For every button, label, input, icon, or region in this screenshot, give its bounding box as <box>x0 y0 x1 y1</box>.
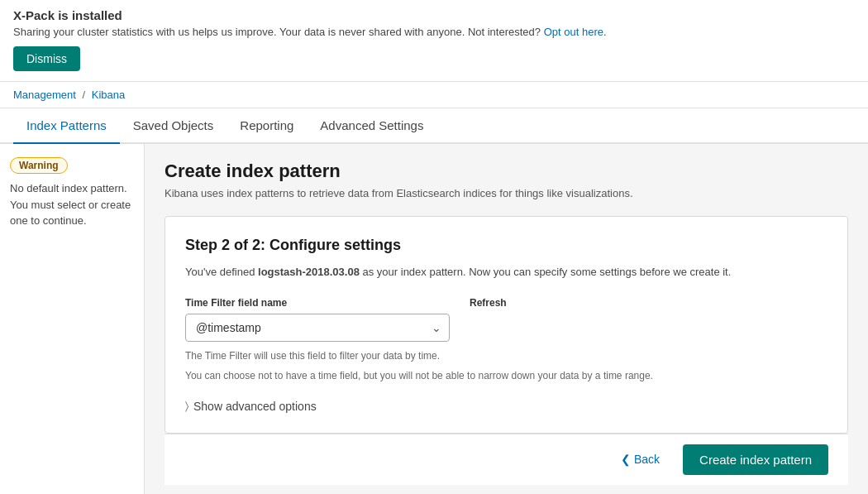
create-index-pattern-button[interactable]: Create index pattern <box>683 444 828 475</box>
refresh-group: Refresh <box>470 297 507 314</box>
back-button[interactable]: ❮ Back <box>611 446 670 472</box>
page-title: Create index pattern <box>165 161 848 182</box>
footer-bar: ❮ Back Create index pattern <box>165 434 848 485</box>
tab-reporting[interactable]: Reporting <box>227 108 307 144</box>
step-description: You've defined logstash-2018.03.08 as yo… <box>185 264 827 281</box>
refresh-label: Refresh <box>470 297 507 309</box>
main-layout: Warning No default index pattern. You mu… <box>0 144 868 494</box>
breadcrumb-kibana[interactable]: Kibana <box>92 89 125 101</box>
field-row: Time Filter field name @timestamp I don'… <box>185 297 827 342</box>
banner-title: X-Pack is installed <box>13 8 855 22</box>
warning-badge: Warning <box>10 157 68 174</box>
back-label: Back <box>634 453 660 466</box>
chevron-left-icon: ❮ <box>621 453 631 466</box>
banner-message: Sharing your cluster statistics with us … <box>13 26 855 38</box>
breadcrumb-management[interactable]: Management <box>13 89 76 101</box>
chevron-right-icon: 〉 <box>185 400 188 413</box>
step-desc-suffix: as your index pattern. Now you can speci… <box>360 266 731 278</box>
advanced-toggle[interactable]: 〉 Show advanced options <box>185 400 827 413</box>
step-desc-prefix: You've defined <box>185 266 258 278</box>
time-filter-label: Time Filter field name <box>185 297 450 309</box>
index-pattern-name: logstash-2018.03.08 <box>258 266 360 278</box>
tab-saved-objects[interactable]: Saved Objects <box>120 108 227 144</box>
nav-tabs: Index Patterns Saved Objects Reporting A… <box>0 108 868 144</box>
page-subtitle: Kibana uses index patterns to retrieve d… <box>165 187 848 199</box>
time-filter-select[interactable]: @timestamp I don't want to use the Time … <box>185 314 450 342</box>
sidebar-warning-text: No default index pattern. You must selec… <box>10 180 134 229</box>
sidebar: Warning No default index pattern. You mu… <box>0 144 145 494</box>
tab-index-patterns[interactable]: Index Patterns <box>13 108 120 144</box>
dismiss-button[interactable]: Dismiss <box>13 46 80 71</box>
config-card: Step 2 of 2: Configure settings You've d… <box>165 216 848 434</box>
xpack-banner: X-Pack is installed Sharing your cluster… <box>0 0 868 82</box>
tab-advanced-settings[interactable]: Advanced Settings <box>307 108 436 144</box>
select-wrapper: @timestamp I don't want to use the Time … <box>185 314 450 342</box>
breadcrumb: Management / Kibana <box>0 82 868 108</box>
step-title: Step 2 of 2: Configure settings <box>185 237 827 254</box>
hint-text-1: The Time Filter will use this field to f… <box>185 348 827 363</box>
hint-text-2: You can choose not to have a time field,… <box>185 368 827 383</box>
content-area: Create index pattern Kibana uses index p… <box>145 144 868 494</box>
breadcrumb-separator: / <box>83 89 86 101</box>
time-filter-group: Time Filter field name @timestamp I don'… <box>185 297 450 342</box>
opt-out-link[interactable]: Opt out here <box>544 26 603 38</box>
advanced-label: Show advanced options <box>193 400 317 413</box>
